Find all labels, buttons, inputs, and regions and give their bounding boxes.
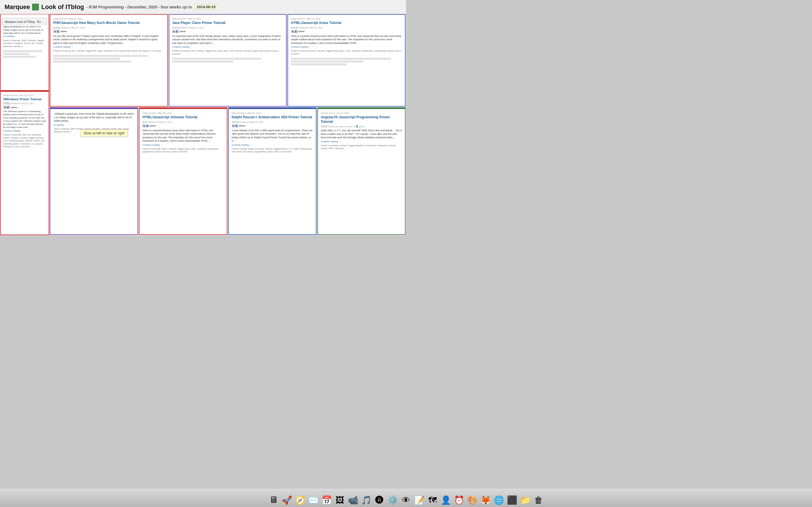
card-may23-title[interactable]: Java Player Class Primer Tutorial (172, 21, 283, 25)
tab-label-marquee: Marquee Look of ITblog - RJM... (5, 20, 44, 23)
card-jun10-title[interactable]: XWindows Primer Tutorial (3, 98, 46, 101)
marquee-blog-title: Look of ITblog (41, 3, 84, 11)
card-may23-date-header: Daily Archives: May 23, 2014 (172, 17, 283, 20)
marquee-date: 2014-06-15 (194, 4, 218, 10)
card-may22-footer: Posted in eLearning, ESL, Tutorials | Ta… (53, 50, 164, 53)
card-jun10-byline: by 👤 admin (3, 106, 46, 109)
card-jun10-continue[interactable]: Continue reading → (3, 129, 23, 132)
partial-card-footer: mation, eLearning, GIMP, Tutorials | Tag… (3, 39, 46, 48)
card-may29-title[interactable]: Delphi Pascal++ Embarcadero XE6 Primer T… (232, 115, 313, 120)
card-jun10-body: The XWindow System is a windowing system… (3, 110, 46, 129)
card-jun8-title[interactable]: AngularJS Javascript Programming Primer … (321, 115, 402, 124)
card-may24-meta: ⚙⚙⚙ Posted on May 24, 2014 (291, 26, 402, 29)
card-may29-byline: by 👤 admin (232, 124, 313, 127)
card-may29-author: admin (239, 124, 245, 127)
card-may29-continue[interactable]: Continue reading → (232, 144, 252, 146)
card-may23-body: An important part of the OOP design phas… (172, 34, 283, 45)
card-may28-footer: Posted in eLearning, Games, Tutorials | … (142, 148, 223, 154)
card-may22-continue[interactable]: Continue reading → (53, 46, 73, 48)
card-jun10-by: by 👤 (3, 106, 10, 109)
card-jun8-footer: Posted in eLearning, Tutorials | Tagged … (321, 144, 402, 150)
card-may28: Daily Archives: May 28, 2014 HTML/Javasc… (139, 107, 227, 235)
card-may24-decorative-lines (291, 58, 402, 65)
card-may24-author: admin (299, 30, 305, 33)
card-may29-meta: ⚙⚙⚙ Posted on May 29, 2014 (232, 121, 313, 124)
card-jun8-date-header: Daily Archives: June 8, 2014 (321, 112, 402, 114)
card-jun10-date-header: Daily Archives: June 10, 2014 (3, 94, 46, 97)
card-may22-meta: ⚙⚙⚙ Posted on May 22, 2014 (53, 26, 164, 29)
card-partial-bottom-left: r software is good ges. Ever since the f… (50, 107, 138, 235)
card-may23-continue[interactable]: Continue reading → (172, 46, 192, 48)
card-may28-continue[interactable]: Continue reading → (142, 144, 162, 146)
tooltip-slow-fast: Slow at left to fast at right (80, 129, 128, 136)
card-may23-by: by 👤 (172, 30, 179, 33)
partial-bottom-body: r software is good ges. Ever since the f… (53, 112, 135, 123)
card-jun10-rating-icons: ⚙⚙⚙ (3, 102, 10, 105)
partial-card-lines (3, 50, 46, 58)
card-may22: Daily Archives: May 22, 2014 PHP/Javascr… (50, 14, 168, 107)
card-jun8-continue[interactable]: Continue reading → (321, 140, 341, 143)
marquee-subtitle: - RJM Programming - December, 2020 - fou… (86, 5, 192, 9)
card-may28-title[interactable]: HTML/Javascript Volumes Tutorial (142, 115, 223, 120)
card-jun8-meta: ⚙⚙⚙ Posted on June 8, 2014 by 👤 admin (321, 125, 402, 128)
card-may22-byline: by 👤 admin (53, 30, 164, 33)
card-jun10-meta: ⚙⚙⚙ Posted on June 10, 2014 (3, 102, 46, 105)
card-may23-decorative-lines (172, 58, 283, 62)
card-may28-date-header: Daily Archives: May 28, 2014 (142, 112, 223, 114)
card-may28-byline: by 👤 admin (142, 124, 223, 127)
card-may22-decorative-lines (53, 55, 164, 62)
top-cards-row: Daily Archives: May 22, 2014 PHP/Javascr… (49, 14, 406, 107)
marquee-banner: Marquee Look of ITblog - RJM Programming… (0, 0, 406, 14)
card-jun10: Daily Archives: June 10, 2014 XWindows P… (0, 90, 49, 235)
card-may29: Daily Archives: May 29, 2014 Delphi Pasc… (228, 107, 317, 235)
bottom-cards-row: r software is good ges. Ever since the f… (49, 107, 406, 235)
marquee-title-text: Marquee (4, 3, 30, 11)
card-may24-footer: Posted in eLearning, Games, Tutorials | … (291, 50, 402, 55)
card-may22-author: admin (61, 30, 67, 33)
card-may22-body: Do you like word games? Today's game tes… (53, 34, 164, 45)
card-may23-author: admin (180, 30, 186, 33)
card-may22-date-header: Daily Archives: May 22, 2014 (53, 17, 164, 20)
card-may28-meta: ⚙⚙ Posted on May 28, 2014 (142, 121, 223, 124)
card-may23-footer: Posted in eLearning, OOP, Tutorials | Ta… (172, 50, 283, 55)
card-may24-title[interactable]: HTML/Javascript Areas Tutorial (291, 21, 402, 25)
left-column: p r software is good ges. Ever since the… (0, 14, 49, 235)
card-may23: Daily Archives: May 23, 2014 Java Player… (168, 14, 287, 107)
card-jun8: Daily Archives: June 8, 2014 AngularJS J… (317, 107, 406, 235)
card-may24-date-header: Daily Archives: May 24, 2014 (291, 17, 402, 20)
card-may24: Daily Archives: May 24, 2014 HTML/Javasc… (287, 14, 406, 107)
card-may23-byline: by 👤 admin (172, 30, 283, 33)
card-may24-by: by 👤 (291, 30, 298, 33)
partial-continue-reading[interactable]: ue reading → (3, 35, 17, 38)
card-may29-footer: Posted in Android, Delphi, eLearning, Tu… (232, 148, 313, 154)
card-may28-author: admin (150, 124, 156, 127)
card-may23-meta: ⚙⚙⚙ Posted on May 23, 2014 (172, 26, 283, 29)
right-area: Daily Archives: May 22, 2014 PHP/Javascr… (49, 14, 406, 235)
card-may24-byline: by 👤 admin (291, 30, 402, 33)
card-partial-top: p r software is good ges. Ever since the… (0, 14, 49, 103)
card-jun10-footer: Posted in eLearning, GIMP, GUI, Operatin… (3, 133, 46, 149)
partial-bottom-continue[interactable]: ue reading → (53, 124, 66, 126)
card-may29-body: A new release of an IDE is often good ne… (232, 129, 313, 143)
card-may22-by: by 👤 (53, 30, 60, 33)
card-may24-continue[interactable]: Continue reading → (291, 46, 311, 48)
card-may28-by: by 👤 (142, 124, 149, 127)
card-jun10-author: admin (11, 106, 17, 109)
marquee-green-indicator (32, 4, 39, 10)
card-may29-by: by 👤 (232, 124, 239, 127)
card-may24-body: Here is a tutorial showing some client-s… (291, 34, 402, 45)
card-may28-body: Here is a tutorial showing some client-s… (142, 129, 223, 143)
page-content: Marquee Look of ITblog - RJM Programming… (0, 0, 406, 235)
card-jun10-post-date: Posted on June 10, 2014 (10, 102, 34, 105)
card-may22-title[interactable]: PHP/Javascript How Many Such Words Game … (53, 21, 164, 25)
cards-layout: p r software is good ges. Ever since the… (0, 14, 406, 235)
card-jun8-body: Quite often, in I.T., you ask yourself "… (321, 129, 402, 139)
card-may29-date-header: Daily Archives: May 29, 2014 (232, 112, 313, 114)
tab-marquee[interactable]: Marquee Look of ITblog - RJM... (2, 18, 47, 25)
